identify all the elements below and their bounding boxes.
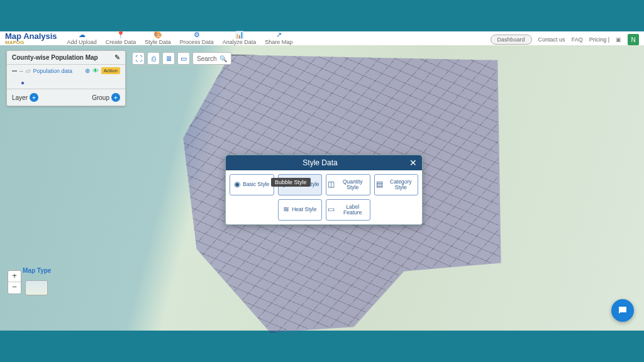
style-label[interactable]: ▭Label Feature bbox=[326, 199, 370, 221]
basemap-thumbnail[interactable] bbox=[25, 280, 48, 295]
heat-icon: ≋ bbox=[283, 206, 289, 214]
faq-link[interactable]: FAQ bbox=[572, 36, 583, 43]
action-chip[interactable]: Action bbox=[101, 67, 120, 74]
close-icon[interactable]: ✕ bbox=[409, 158, 417, 168]
measure-icon[interactable]: ▭ bbox=[177, 52, 190, 65]
layer-panel: County-wise Population Map ✎ – ▱ Populat… bbox=[6, 50, 126, 106]
search-icon: 🔍 bbox=[219, 55, 227, 62]
contact-link[interactable]: Contact us bbox=[538, 36, 565, 43]
menu-process-data[interactable]: ⚙Process Data bbox=[176, 31, 218, 45]
circle-icon: ◉ bbox=[234, 180, 240, 189]
edit-icon[interactable]: ✎ bbox=[114, 53, 120, 62]
zoom-out-button[interactable]: − bbox=[8, 282, 21, 293]
plus-icon: + bbox=[30, 93, 38, 102]
visibility-icon[interactable]: 👁 bbox=[92, 67, 99, 74]
map-type-label[interactable]: Map Type bbox=[23, 267, 51, 274]
plus-icon: + bbox=[111, 93, 120, 102]
add-layer-button[interactable]: Layer+ bbox=[12, 93, 38, 102]
chart-icon: 📊 bbox=[235, 31, 244, 39]
pin-icon: 📍 bbox=[116, 31, 125, 39]
avatar[interactable]: N bbox=[628, 34, 639, 45]
category-icon: ▤ bbox=[376, 180, 383, 189]
zoom-control: + − bbox=[8, 270, 21, 294]
line-icon bbox=[12, 70, 17, 72]
brand: Map Analysis MAPOG bbox=[5, 31, 57, 45]
style-basic[interactable]: ◉Basic Style bbox=[230, 174, 274, 195]
menu-style-data[interactable]: 🎨Style Data bbox=[141, 31, 175, 45]
style-heat[interactable]: ≋Heat Style bbox=[278, 199, 323, 221]
fullscreen-icon[interactable]: ⛶ bbox=[132, 52, 145, 65]
tooltip: Bubble Style bbox=[271, 178, 311, 187]
pricing-link[interactable]: Pricing | bbox=[589, 36, 609, 43]
dashboard-button[interactable]: Dashboard bbox=[491, 35, 532, 45]
cloud-upload-icon: ☁ bbox=[79, 31, 86, 39]
label-icon: ▭ bbox=[328, 206, 335, 214]
point-symbol-icon: ● bbox=[21, 79, 25, 86]
dialog-title: Style Data bbox=[303, 158, 337, 167]
layer-data-link[interactable]: Population data bbox=[33, 68, 73, 74]
menu-analyze-data[interactable]: 📊Analyze Data bbox=[219, 31, 260, 45]
share-icon: ↗ bbox=[276, 31, 282, 39]
topbar-right: Dashboard Contact us FAQ Pricing | ▣ N bbox=[491, 34, 639, 45]
zoom-icon[interactable]: ⊕ bbox=[85, 67, 90, 74]
topbar: Map Analysis MAPOG ☁Add Upload 📍Create D… bbox=[0, 31, 644, 45]
zoom-in-button[interactable]: + bbox=[8, 271, 21, 282]
chat-icon bbox=[617, 305, 628, 316]
menu-share-map[interactable]: ↗Share Map bbox=[261, 31, 296, 45]
style-quantity[interactable]: ◫Quantity Style bbox=[326, 174, 370, 195]
menu-add-upload[interactable]: ☁Add Upload bbox=[64, 31, 101, 45]
palette-icon: 🎨 bbox=[153, 31, 162, 39]
dash-icon: – bbox=[19, 67, 23, 74]
style-category[interactable]: ▤Category Style bbox=[374, 174, 419, 195]
add-group-button[interactable]: Group+ bbox=[92, 93, 120, 102]
grid-icon: ◫ bbox=[328, 180, 335, 189]
style-data-dialog: Style Data ✕ ◉Basic Style ⬡Bubble Style … bbox=[225, 155, 423, 225]
layer-panel-title: County-wise Population Map bbox=[12, 54, 98, 61]
gear-icon: ⚙ bbox=[194, 31, 200, 39]
map-tools: ⛶ ⎙ ≣ ▭ Search 🔍 bbox=[132, 52, 231, 65]
app-window: Map Analysis MAPOG ☁Add Upload 📍Create D… bbox=[0, 31, 644, 331]
cube-icon[interactable]: ▣ bbox=[616, 36, 621, 43]
print-icon[interactable]: ⎙ bbox=[147, 52, 160, 65]
polygon-icon: ▱ bbox=[26, 67, 31, 74]
chat-button[interactable] bbox=[611, 299, 634, 322]
search-input[interactable]: Search 🔍 bbox=[192, 52, 231, 65]
map-type-control: Map Type bbox=[23, 267, 51, 274]
menu-create-data[interactable]: 📍Create Data bbox=[102, 31, 140, 45]
layers-icon[interactable]: ≣ bbox=[162, 52, 175, 65]
main-menu: ☁Add Upload 📍Create Data 🎨Style Data ⚙Pr… bbox=[64, 31, 297, 45]
